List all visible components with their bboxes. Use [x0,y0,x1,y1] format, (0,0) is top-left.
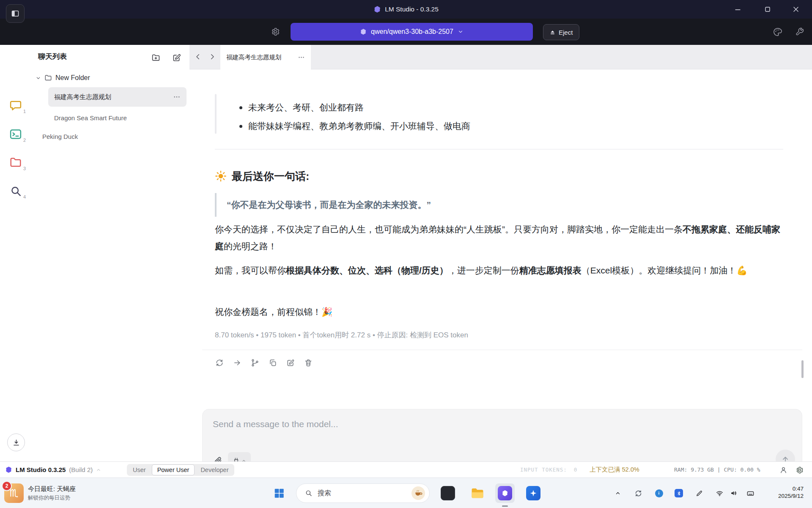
eject-icon [550,30,555,35]
statusbar-app-name: LM Studio 0.3.25 [16,466,66,473]
rail-models-folder-icon[interactable]: 3 [8,155,23,170]
tray-blue-circle-icon[interactable] [653,486,664,500]
taskbar: ♏ 2 今日最旺: 天蝎座 解锁你的每日运势 搜索 [0,478,812,508]
chat-list-item-selected[interactable]: 福建高考生志愿规划 [48,87,187,107]
mode-developer[interactable]: Developer [195,465,233,475]
widget-line2: 解锁你的每日运势 [28,494,76,502]
continue-arrow-icon[interactable] [231,356,244,369]
eject-label: Eject [559,29,573,36]
rail-chat-shortcut: 1 [23,109,26,114]
blue-star-app-icon[interactable] [524,483,543,503]
touch-keyboard-icon[interactable] [744,486,756,500]
close-button[interactable] [786,0,806,19]
maximize-button[interactable] [757,0,778,19]
seasonal-doodle-icon [411,486,425,500]
mode-power-user[interactable]: Power User [152,464,195,475]
lmstudio-taskbar-icon[interactable] [495,483,515,503]
rail-discover-search-icon[interactable]: 4 [8,184,23,198]
mode-user[interactable]: User [128,465,151,475]
message-heading: 最后送你一句话: [215,167,309,185]
scrollbar-thumb[interactable] [801,360,804,378]
clock-time: 0:47 [766,485,804,492]
wifi-icon[interactable] [714,486,725,500]
title-bar: LM Studio - 0.3.25 [0,0,812,19]
folder-row-new-folder[interactable]: New Folder [36,71,90,85]
delete-icon[interactable] [302,356,315,369]
settings-gear-icon[interactable] [794,465,804,475]
edit-icon[interactable] [284,356,297,369]
chat-list-title: 聊天列表 [38,52,67,61]
chat-list-item-root[interactable]: Peking Duck [42,129,78,144]
notification-badge: 2 [2,481,12,491]
model-settings-gear-icon[interactable] [271,27,280,36]
chat-item-label: 福建高考生志愿规划 [54,93,173,101]
chat-tab-bar: 福建高考生志愿规划 [189,45,812,69]
rail-models-shortcut: 3 [23,166,26,171]
text-run: ，进一步定制一份 [448,265,519,275]
status-bar: LM Studio 0.3.25 (Build 2) User Power Us… [0,461,812,478]
blockquote: “你不是在为父母读书，而是在为全家的未来投资。” [215,193,431,217]
tray-pen-icon[interactable] [694,486,705,500]
bullet-dot [239,125,242,128]
assistant-message: 未来考公、考研、创业都有路 能带妹妹学编程、教弟弟考教师编、开小班辅导、做电商 … [189,69,812,461]
widgets-weather-button[interactable]: ♏ 2 今日最旺: 天蝎座 解锁你的每日运势 [4,483,76,503]
new-chat-icon[interactable] [171,52,182,63]
chat-item-more-icon[interactable] [173,93,181,101]
chat-item-label: Peking Duck [42,133,78,140]
tray-bluetooth-icon[interactable] [673,486,684,500]
eject-model-button[interactable]: Eject [543,24,579,40]
search-icon [305,489,313,497]
bullet-text: 未来考公、考研、创业都有路 [248,102,364,113]
new-folder-icon[interactable] [150,52,161,63]
rail-chat-icon[interactable]: 1 [8,98,23,113]
context-usage: 上下文已满 52.0% [590,462,639,478]
branch-icon[interactable] [249,356,261,369]
model-selector-button[interactable]: qwen/qwen3-30b-a3b-2507 [291,23,533,41]
developer-tools-wrench-icon[interactable] [795,27,804,36]
tray-sync-icon[interactable] [633,486,644,500]
start-button[interactable] [269,483,289,503]
rail-discover-shortcut: 4 [23,194,26,199]
regenerate-icon[interactable] [213,356,226,369]
lmstudio-logo-icon [373,6,381,13]
statusbar-brand[interactable]: LM Studio 0.3.25 (Build 2) [5,462,101,478]
widget-line1: 今日最旺: 天蝎座 [28,485,76,493]
folder-icon [44,74,52,82]
tab-active-chat[interactable]: 福建高考生志愿规划 [220,45,311,69]
user-mode-segmented-control: User Power User Developer [127,464,234,476]
rail-developer-terminal-icon[interactable]: 2 [8,127,23,141]
minimize-button[interactable] [727,0,748,19]
message-actions [213,356,315,369]
file-explorer-icon[interactable] [468,483,487,503]
tab-more-icon[interactable] [298,54,305,61]
nav-forward-icon[interactable] [206,50,219,64]
message-input[interactable] [212,416,763,432]
statusbar-build: (Build 2) [69,466,93,473]
nav-back-icon[interactable] [191,50,205,64]
text-run: 如需，我可以帮你 [215,265,286,275]
tab-label: 福建高考生志愿规划 [226,53,294,61]
volume-icon[interactable] [728,486,739,500]
paragraph-3: 祝你金榜题名，前程似锦！🎉 [215,304,332,320]
model-icon [360,28,367,35]
downloads-button[interactable] [7,433,25,451]
user-account-icon[interactable] [778,465,788,475]
active-app-indicator [502,505,508,507]
theme-palette-icon[interactable] [773,27,782,37]
bold-run: 精准志愿填报表 [519,265,582,275]
search-placeholder: 搜索 [318,489,406,498]
copy-icon[interactable] [266,356,279,369]
chat-list-item[interactable]: Dragon Sea Smart Future [48,109,187,126]
text-run: 的光明之路！ [224,241,277,251]
input-tokens: INPUT TOKENS: 0 [520,462,577,478]
taskbar-search-box[interactable]: 搜索 [296,483,430,503]
tray-chevron-up-icon[interactable] [612,486,623,500]
input-tokens-value: 0 [574,467,578,473]
chat-main-area: 福建高考生志愿规划 未来考公、考研、创业都有路 能带妹妹学编程、教弟弟考教师编、… [189,45,812,461]
folder-name: New Folder [55,74,90,82]
paragraph-1: 你今天的选择，不仅决定了自己的人生，也可能成为弟弟妹妹的“人生跳板”。只要方向对… [215,221,783,255]
taskbar-clock[interactable]: 0:47 2025/9/12 [766,485,804,500]
bullet-item: 能带妹妹学编程、教弟弟考教师编、开小班辅导、做电商 [239,117,470,135]
dark-app-icon[interactable] [438,483,458,503]
sidebar-toggle-button[interactable] [6,4,25,23]
